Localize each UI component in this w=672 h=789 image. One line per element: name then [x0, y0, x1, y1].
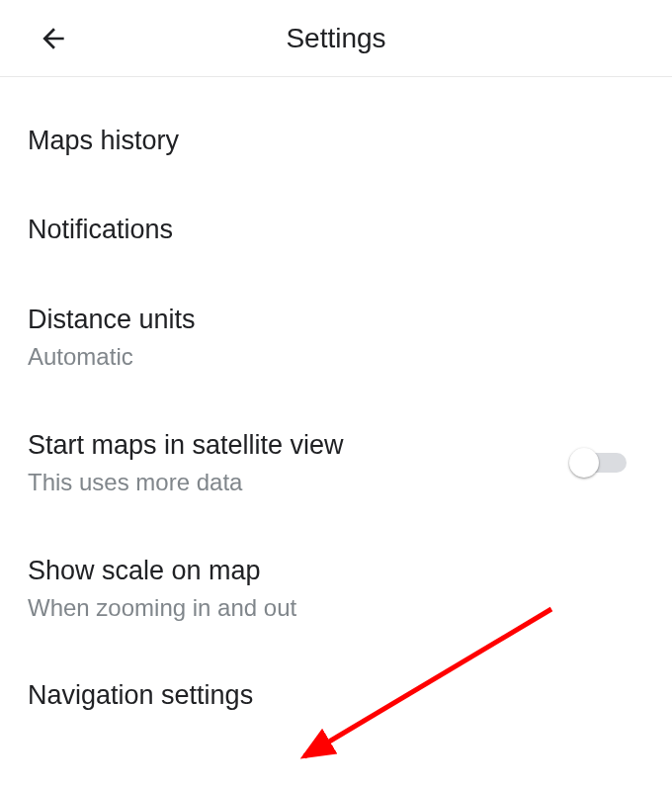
satellite-toggle[interactable]: [571, 453, 627, 473]
settings-item-subtitle: This uses more data: [28, 467, 344, 498]
app-header: Settings: [0, 0, 672, 77]
back-button[interactable]: [36, 21, 71, 56]
settings-item-maps-history[interactable]: Maps history: [0, 77, 672, 166]
settings-item-satellite-view[interactable]: Start maps in satellite view This uses m…: [0, 382, 672, 507]
settings-item-navigation-settings[interactable]: Navigation settings: [0, 632, 672, 713]
settings-item-subtitle: When zooming in and out: [28, 592, 296, 624]
toggle-knob: [569, 448, 599, 478]
settings-item-show-scale[interactable]: Show scale on map When zooming in and ou…: [0, 507, 672, 633]
settings-item-distance-units[interactable]: Distance units Automatic: [0, 256, 672, 382]
settings-item-title: Show scale on map: [28, 553, 296, 588]
arrow-back-icon: [38, 23, 69, 54]
page-title: Settings: [286, 23, 385, 54]
settings-item-title: Start maps in satellite view: [28, 427, 344, 463]
settings-item-title: Maps history: [28, 123, 179, 158]
settings-item-title: Notifications: [28, 212, 173, 247]
settings-list: Maps history Notifications Distance unit…: [0, 77, 672, 714]
settings-item-title: Distance units: [28, 302, 196, 337]
settings-item-notifications[interactable]: Notifications: [0, 166, 672, 255]
settings-item-subtitle: Automatic: [28, 341, 196, 373]
settings-item-title: Navigation settings: [28, 677, 253, 713]
